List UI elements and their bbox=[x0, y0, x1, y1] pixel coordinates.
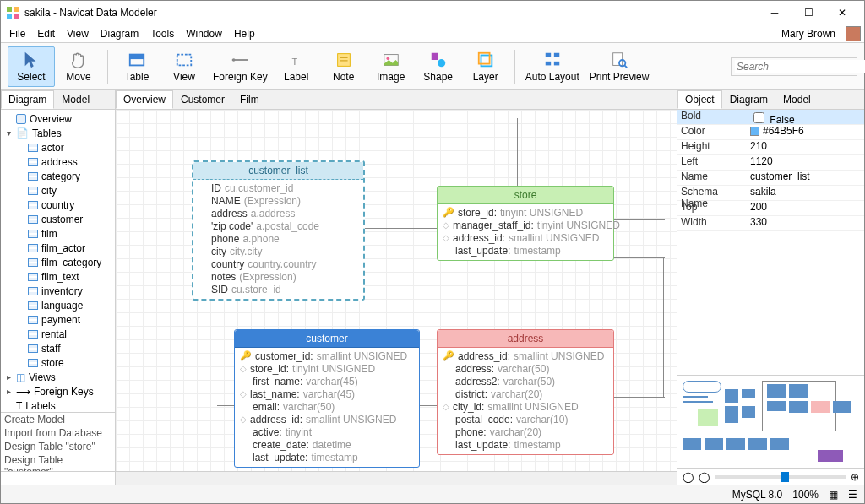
entity-header[interactable]: customer bbox=[235, 330, 419, 348]
maximize-button[interactable]: ☐ bbox=[792, 1, 825, 24]
canvas[interactable]: customer_listID cu.customer_idNAME (Expr… bbox=[116, 110, 677, 471]
avatar[interactable] bbox=[846, 26, 861, 41]
tree-table-rental[interactable]: rental bbox=[1, 327, 115, 341]
canvas-tab-customer[interactable]: Customer bbox=[173, 90, 232, 109]
entity-address[interactable]: address🔑address_id: smallint UNSIGNEDadd… bbox=[437, 329, 614, 455]
prop-height[interactable]: Height210 bbox=[677, 140, 864, 155]
tool-layer[interactable]: Layer bbox=[462, 46, 509, 87]
prop-bold[interactable]: Bold False bbox=[677, 110, 864, 125]
connector[interactable] bbox=[517, 118, 518, 186]
user-name[interactable]: Mary Brown bbox=[776, 26, 841, 41]
search-input[interactable]: 🔍 bbox=[731, 57, 857, 76]
zoom-out-icon[interactable]: ◯ bbox=[683, 471, 694, 483]
tree-table-actor[interactable]: actor bbox=[1, 140, 115, 154]
left-tab-diagram[interactable]: Diagram bbox=[1, 90, 54, 109]
recent-item[interactable]: Design Table "customer" bbox=[1, 453, 115, 471]
right-tab-diagram[interactable]: Diagram bbox=[722, 90, 775, 109]
field-row[interactable]: active: tinyint bbox=[240, 425, 414, 438]
field-row[interactable]: ◇last_name: varchar(45) bbox=[240, 387, 414, 400]
canvas-tab-film[interactable]: Film bbox=[232, 90, 267, 109]
menu-view[interactable]: View bbox=[62, 26, 94, 41]
tree-table-address[interactable]: address bbox=[1, 154, 115, 169]
field-row[interactable]: create_date: datetime bbox=[240, 438, 414, 451]
menu-file[interactable]: File bbox=[4, 26, 30, 41]
tree-table-payment[interactable]: payment bbox=[1, 312, 115, 327]
close-button[interactable]: ✕ bbox=[825, 1, 859, 24]
tool-label[interactable]: TLabel bbox=[273, 46, 320, 87]
field-row[interactable]: last_update: timestamp bbox=[443, 244, 608, 257]
tree-table-customer[interactable]: customer bbox=[1, 212, 115, 226]
field-row[interactable]: last_update: timestamp bbox=[240, 451, 414, 463]
tree-table-language[interactable]: language bbox=[1, 298, 115, 312]
zoom-slider[interactable] bbox=[715, 475, 846, 479]
recent-item[interactable]: Create Model bbox=[1, 413, 115, 426]
tool-shape[interactable]: Shape bbox=[415, 46, 462, 87]
connector[interactable] bbox=[614, 397, 665, 398]
prop-top[interactable]: Top200 bbox=[677, 201, 864, 216]
field-row[interactable]: NAME (Expression) bbox=[199, 194, 358, 207]
field-row[interactable]: ID cu.customer_id bbox=[199, 182, 358, 194]
field-row[interactable]: phone: varchar(20) bbox=[443, 425, 608, 438]
field-row[interactable]: address: varchar(50) bbox=[443, 362, 608, 375]
properties-grid[interactable]: Bold FalseColor#64B5F6Height210Left1120N… bbox=[677, 110, 864, 375]
field-row[interactable]: ◇store_id: tinyint UNSIGNED bbox=[240, 362, 414, 375]
tool-image[interactable]: Image bbox=[367, 46, 415, 87]
tool-view[interactable]: View bbox=[160, 46, 208, 87]
field-row[interactable]: district: varchar(20) bbox=[443, 387, 608, 400]
field-row[interactable]: 🔑customer_id: smallint UNSIGNED bbox=[240, 350, 414, 362]
tree-views[interactable]: ▸◫Views bbox=[1, 370, 115, 384]
tree-table-film_category[interactable]: film_category bbox=[1, 255, 115, 269]
menu-edit[interactable]: Edit bbox=[32, 26, 60, 41]
right-tab-model[interactable]: Model bbox=[775, 90, 819, 109]
prop-color[interactable]: Color#64B5F6 bbox=[677, 125, 864, 140]
prop-schema-name[interactable]: Schema Namesakila bbox=[677, 186, 864, 201]
field-row[interactable]: postal_code: varchar(10) bbox=[443, 413, 608, 425]
connector[interactable] bbox=[217, 405, 236, 406]
canvas-scrollbar-h[interactable] bbox=[116, 471, 677, 485]
tree-table-city[interactable]: city bbox=[1, 183, 115, 198]
tree-table-staff[interactable]: staff bbox=[1, 341, 115, 355]
field-row[interactable]: country country.country bbox=[199, 257, 358, 270]
menu-window[interactable]: Window bbox=[181, 26, 227, 41]
list-icon[interactable]: ☰ bbox=[848, 489, 857, 501]
menu-diagram[interactable]: Diagram bbox=[95, 26, 144, 41]
menu-help[interactable]: Help bbox=[229, 26, 260, 41]
tree-table-store[interactable]: store bbox=[1, 355, 115, 370]
tool-foreign-key[interactable]: Foreign Key bbox=[208, 46, 273, 87]
tree-tables[interactable]: ▾📄Tables bbox=[1, 126, 115, 140]
tool-auto-layout[interactable]: Auto Layout bbox=[520, 46, 585, 87]
field-row[interactable]: ◇address_id: smallint UNSIGNED bbox=[443, 231, 608, 244]
tree-table-film_text[interactable]: film_text bbox=[1, 269, 115, 284]
left-tab-model[interactable]: Model bbox=[54, 90, 97, 109]
tree-table-inventory[interactable]: inventory bbox=[1, 284, 115, 298]
left-scrollbar[interactable] bbox=[1, 471, 115, 485]
field-row[interactable]: address a.address bbox=[199, 207, 358, 219]
canvas-tab-overview[interactable]: Overview bbox=[116, 90, 173, 109]
tree-table-category[interactable]: category bbox=[1, 169, 115, 183]
field-row[interactable]: SID cu.store_id bbox=[199, 283, 358, 295]
field-row[interactable]: address2: varchar(50) bbox=[443, 375, 608, 387]
field-row[interactable]: first_name: varchar(45) bbox=[240, 375, 414, 387]
field-row[interactable]: 🔑store_id: tinyint UNSIGNED bbox=[443, 206, 608, 219]
connector[interactable] bbox=[418, 393, 438, 393]
tool-move[interactable]: Move bbox=[55, 46, 102, 87]
connector[interactable] bbox=[418, 405, 438, 406]
tree-overview[interactable]: Overview bbox=[1, 111, 115, 126]
minimap[interactable] bbox=[677, 375, 864, 468]
right-tab-object[interactable]: Object bbox=[677, 90, 722, 109]
recent-item[interactable]: Design Table "store" bbox=[1, 440, 115, 453]
field-row[interactable]: notes (Expression) bbox=[199, 270, 358, 283]
connector[interactable] bbox=[614, 257, 665, 258]
tool-print-preview[interactable]: Print Preview bbox=[585, 46, 655, 87]
field-row[interactable]: 'zip code' a.postal_code bbox=[199, 219, 358, 232]
connector[interactable] bbox=[614, 219, 665, 220]
tree-table-country[interactable]: country bbox=[1, 198, 115, 212]
field-row[interactable]: ◇manager_staff_id: tinyint UNSIGNED bbox=[443, 219, 608, 231]
field-row[interactable]: 🔑address_id: smallint UNSIGNED bbox=[443, 350, 608, 362]
field-row[interactable]: city city.city bbox=[199, 245, 358, 257]
field-row[interactable]: email: varchar(50) bbox=[240, 400, 414, 413]
zoom-out-icon[interactable]: ◯ bbox=[699, 471, 710, 483]
tree-fks[interactable]: ▸⟶Foreign Keys bbox=[1, 384, 115, 398]
entity-customer_list[interactable]: customer_listID cu.customer_idNAME (Expr… bbox=[192, 160, 365, 301]
entity-header[interactable]: store bbox=[438, 187, 613, 204]
